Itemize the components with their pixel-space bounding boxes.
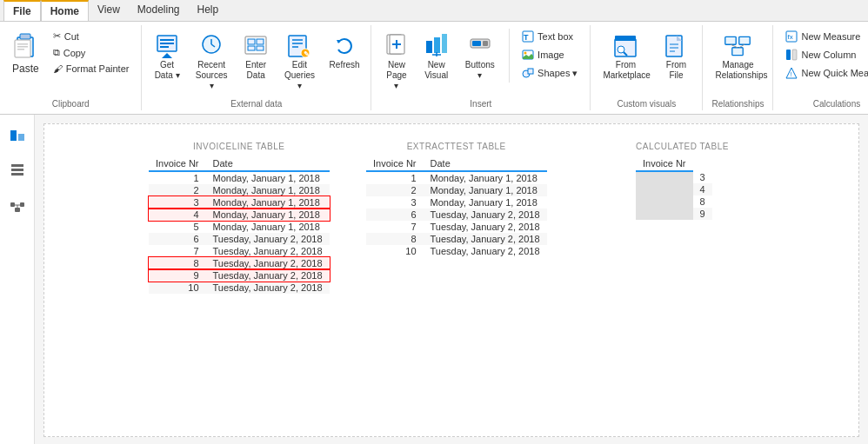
invoiceline-table: Invoice Nr Date 1Monday, January 1, 2018… (149, 156, 330, 294)
enter-data-icon (242, 32, 270, 60)
edit-queries-icon: ✎ (285, 32, 313, 60)
ribbon-group-relationships: ManageRelationships Relationships (703, 25, 773, 110)
sidebar-icon-report[interactable] (5, 123, 30, 148)
menu-help[interactable]: Help (189, 0, 228, 21)
svg-text:T: T (524, 33, 529, 42)
format-painter-icon: 🖌 (53, 63, 63, 74)
data-view-icon (10, 162, 25, 178)
svg-rect-71 (11, 169, 23, 171)
manage-relationships-button[interactable]: ManageRelationships (710, 29, 765, 84)
text-box-button[interactable]: T Text box (517, 29, 583, 44)
invoiceline-table-container: INVOICELINE TABLE Invoice Nr Date 1Monda… (149, 142, 330, 294)
from-marketplace-label: FromMarketplace (603, 60, 648, 81)
recent-sources-button[interactable]: RecentSources ▾ (189, 29, 235, 95)
cut-button[interactable]: ✂ Cut (48, 29, 135, 43)
extracttest-col-date: Date (424, 156, 547, 171)
svg-rect-16 (257, 39, 264, 44)
recent-sources-icon (197, 32, 225, 60)
sidebar-icon-data[interactable] (5, 158, 30, 182)
format-painter-button[interactable]: 🖌 Format Painter (48, 62, 135, 76)
cell-date: Tuesday, January 2, 2018 (424, 221, 547, 233)
svg-rect-70 (11, 164, 23, 167)
svg-rect-60 (786, 50, 791, 60)
buttons-label: Buttons ▾ (464, 60, 497, 81)
paste-button[interactable]: Paste (7, 29, 44, 78)
get-data-icon (153, 32, 181, 60)
cell-invoice-nr: 6 (149, 233, 206, 245)
manage-relationships-icon (724, 32, 751, 60)
ribbon-group-calculations: fx New Measure New Column ! New Quick Me… (773, 25, 868, 110)
menu-view[interactable]: View (89, 0, 129, 21)
calculations-group-label: Calculations (773, 99, 868, 109)
svg-rect-61 (792, 50, 797, 60)
new-page-svg (384, 32, 409, 60)
image-icon (522, 49, 534, 61)
shapes-button[interactable]: Shapes ▾ (517, 65, 583, 81)
new-column-button[interactable]: New Column (780, 47, 868, 63)
menu-modeling[interactable]: Modeling (129, 0, 189, 21)
svg-rect-8 (160, 43, 174, 44)
get-data-button[interactable]: GetData ▾ (149, 29, 184, 84)
buttons-svg (468, 32, 492, 60)
new-quick-measure-button[interactable]: ! New Quick Measure (780, 65, 868, 81)
cell-invoice-nr: 2 (366, 184, 424, 196)
cell-date: Monday, January 1, 2018 (424, 171, 547, 184)
menu-home[interactable]: Home (41, 0, 89, 21)
new-visual-button[interactable]: NewVisual (418, 29, 455, 84)
table-row: 10Tuesday, January 2, 2018 (149, 282, 330, 294)
image-button[interactable]: Image (517, 47, 583, 63)
sidebar-icon-model[interactable] (5, 193, 30, 217)
cell-invoice-nr: 3 (149, 196, 206, 209)
svg-rect-9 (160, 46, 169, 48)
sidebar (0, 115, 35, 444)
new-measure-label: New Measure (801, 31, 860, 42)
svg-rect-31 (434, 37, 440, 53)
get-data-label: GetData ▾ (155, 60, 180, 81)
svg-rect-7 (160, 39, 174, 41)
recent-sources-label: RecentSources ▾ (194, 60, 230, 91)
svg-rect-72 (11, 173, 23, 176)
cell-invoice-nr: 1 (366, 171, 424, 184)
cell-date: Monday, January 1, 2018 (206, 184, 330, 196)
new-measure-icon: fx (785, 30, 798, 43)
new-page-button[interactable]: NewPage ▾ (378, 29, 415, 95)
refresh-button[interactable]: Refresh (325, 29, 364, 74)
paste-icon (12, 32, 38, 63)
cell-date: Monday, January 1, 2018 (206, 171, 330, 184)
from-marketplace-button[interactable]: FromMarketplace (598, 29, 653, 84)
cell-date: Tuesday, January 2, 2018 (424, 245, 547, 257)
menu-bar: File Home View Modeling Help (0, 0, 868, 22)
ribbon-group-external-data: GetData ▾ RecentSources ▾ (142, 25, 371, 110)
copy-icon: ⧉ (53, 47, 60, 58)
from-file-svg (662, 32, 690, 60)
cell-invoice-nr: 3 (366, 196, 424, 209)
menu-file[interactable]: File (3, 0, 41, 21)
cell-invoice-nr: 4 (149, 209, 206, 221)
table-row: 3Monday, January 1, 2018 (149, 196, 330, 209)
svg-rect-45 (615, 36, 636, 41)
table-row: 1Monday, January 1, 2018 (366, 171, 547, 184)
refresh-label: Refresh (330, 60, 360, 70)
cell-date: Tuesday, January 2, 2018 (206, 233, 330, 245)
svg-rect-54 (739, 36, 750, 44)
table-row: 8Tuesday, January 2, 2018 (366, 233, 547, 245)
from-file-button[interactable]: FromFile (657, 29, 695, 84)
extracttest-table-title: EXTRACTTEST TABLE (366, 142, 547, 151)
enter-data-button[interactable]: EnterData (238, 29, 274, 84)
cell-invoice-nr: 8 (693, 195, 712, 208)
buttons-button[interactable]: Buttons ▾ (458, 29, 503, 84)
svg-rect-74 (20, 202, 24, 207)
table-row: 9Tuesday, January 2, 2018 (149, 269, 330, 282)
new-page-label: NewPage ▾ (384, 60, 410, 91)
custom-visuals-group-label: Custom visuals (591, 99, 702, 109)
svg-point-41 (524, 52, 527, 55)
copy-button[interactable]: ⧉ Copy (48, 45, 135, 60)
enter-data-svg (243, 32, 269, 60)
svg-rect-5 (17, 49, 24, 50)
edit-queries-button[interactable]: ✎ EditQueries ▾ (277, 29, 322, 95)
new-measure-button[interactable]: fx New Measure (780, 29, 868, 44)
svg-text:✎: ✎ (304, 50, 310, 58)
edit-queries-label: EditQueries ▾ (283, 60, 317, 91)
svg-rect-32 (442, 34, 447, 53)
cell-invoice-nr: 7 (366, 221, 424, 233)
